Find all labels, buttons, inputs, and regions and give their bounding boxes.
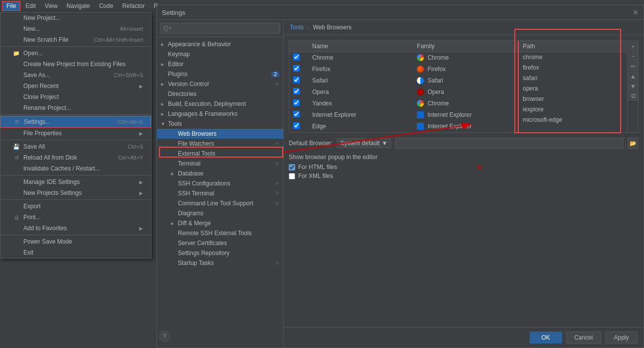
- path-cell-firefox[interactable]: firefox: [519, 63, 627, 73]
- menu-power-save[interactable]: Power Save Mode: [0, 236, 151, 247]
- table-row[interactable]: Chrome Chrome: [289, 52, 518, 64]
- menu-view[interactable]: View: [41, 1, 62, 10]
- apply-button[interactable]: Apply: [605, 332, 638, 344]
- settings-search-input[interactable]: [160, 23, 280, 34]
- tree-item-server-certs[interactable]: Server Certificates: [157, 238, 283, 248]
- menu-file[interactable]: File: [2, 1, 20, 11]
- path-cell-safari[interactable]: safari: [519, 73, 627, 84]
- tree-item-languages[interactable]: ▶ Languages & Frameworks: [157, 109, 283, 119]
- tree-item-cmdline[interactable]: Command Line Tool Support ⟳: [157, 198, 283, 208]
- separator-2: [0, 114, 151, 115]
- menu-print[interactable]: 🖨 Print...: [0, 212, 151, 223]
- row-check-edge[interactable]: [293, 122, 300, 129]
- tree-item-directories[interactable]: Directories: [157, 89, 283, 99]
- row-check-ie[interactable]: [293, 111, 300, 117]
- menu-open[interactable]: 📁 Open...: [0, 48, 151, 59]
- copy-browser-button[interactable]: ⧉: [629, 91, 638, 100]
- tree-item-tools[interactable]: ▼ Tools: [157, 119, 283, 129]
- menu-new-projects-settings[interactable]: New Projects Settings ▶: [0, 187, 151, 198]
- tree-item-keymap[interactable]: Keymap: [157, 49, 283, 59]
- menu-close-project[interactable]: Close Project: [0, 91, 151, 102]
- table-row[interactable]: Safari Safari: [289, 75, 518, 87]
- table-row[interactable]: Opera Opera: [289, 87, 518, 98]
- ok-button[interactable]: OK: [530, 332, 562, 344]
- menu-exit[interactable]: Exit: [0, 247, 151, 258]
- menu-refactor[interactable]: Refactor: [118, 1, 149, 10]
- tree-item-database[interactable]: ▶ Database: [157, 169, 283, 178]
- tree-item-settings-repo[interactable]: Settings Repository: [157, 248, 283, 258]
- tree-item-appearance[interactable]: ▶ Appearance & Behavior: [157, 39, 283, 49]
- tree-item-file-watchers[interactable]: File Watchers ⟳: [157, 139, 283, 149]
- tree-item-ssh-terminal[interactable]: SSH Terminal ⟳: [157, 188, 283, 198]
- menu-manage-ide[interactable]: Manage IDE Settings ▶: [0, 176, 151, 187]
- tree-item-web-browsers[interactable]: Web Browsers: [157, 129, 283, 139]
- menu-create-from-existing[interactable]: Create New Project from Existing Files: [0, 59, 151, 70]
- row-family-firefox: Firefox: [413, 64, 518, 75]
- menu-file-properties[interactable]: File Properties ▶: [0, 128, 151, 139]
- settings-footer: OK Cancel Apply: [284, 327, 644, 348]
- default-browser-select[interactable]: System default ▼: [337, 138, 391, 148]
- add-browser-button[interactable]: +: [629, 42, 638, 51]
- row-check-opera[interactable]: [293, 88, 300, 94]
- tree-item-diagrams[interactable]: Diagrams: [157, 208, 283, 218]
- safari-icon: [417, 77, 424, 84]
- browser-table-main: Name Family Chrome: [289, 41, 518, 132]
- favorites-icon: [12, 224, 20, 232]
- save-all-icon: 💾: [12, 143, 20, 151]
- cancel-button[interactable]: Cancel: [566, 332, 601, 344]
- xml-checkbox-row: For XML files: [289, 173, 639, 179]
- menu-settings[interactable]: ⚙ Settings... Ctrl+Alt+S: [0, 116, 151, 128]
- path-cell-edge[interactable]: microsoft-edge: [519, 115, 627, 125]
- menu-new-scratch[interactable]: New Scratch File Ctrl+Alt+Shift+Insert: [0, 34, 151, 45]
- menu-invalidate-caches[interactable]: Invalidate Caches / Restart...: [0, 163, 151, 174]
- expand-icon: ▶: [161, 42, 167, 47]
- row-check-yandex[interactable]: [293, 99, 300, 106]
- path-cell-ie[interactable]: iexplore: [519, 104, 627, 115]
- tree-item-vcs[interactable]: ▶ Version Control ⟳: [157, 79, 283, 89]
- close-button[interactable]: ✕: [633, 8, 639, 16]
- path-cell-chrome[interactable]: chrome: [519, 52, 627, 63]
- edit-browser-button[interactable]: ✏: [629, 62, 638, 71]
- path-cell-yandex[interactable]: browser: [519, 94, 627, 104]
- menu-rename-project[interactable]: Rename Project...: [0, 102, 151, 113]
- table-row[interactable]: Edge Internet Explorer: [289, 121, 518, 132]
- tree-item-ssh-config[interactable]: SSH Configurations ⟳: [157, 178, 283, 188]
- tree-item-startup-tasks[interactable]: Startup Tasks ⟳: [157, 258, 283, 268]
- tree-item-external-tools[interactable]: External Tools: [157, 149, 283, 159]
- tree-item-build[interactable]: ▶ Build, Execution, Deployment: [157, 99, 283, 109]
- tree-item-plugins[interactable]: Plugins 2: [157, 69, 283, 79]
- menu-export[interactable]: Export: [0, 201, 151, 212]
- browse-button[interactable]: 📂: [628, 138, 639, 149]
- menu-reload[interactable]: ↺ Reload All from Disk Ctrl+Alt+Y: [0, 152, 151, 163]
- row-check-firefox[interactable]: [293, 65, 300, 72]
- opera-icon: [417, 88, 424, 95]
- row-check-chrome[interactable]: [293, 54, 300, 60]
- help-button[interactable]: ?: [159, 331, 170, 342]
- path-cell-opera[interactable]: opera: [519, 84, 627, 94]
- move-down-button[interactable]: ▼: [629, 82, 638, 90]
- table-row[interactable]: Yandex Chrome: [289, 98, 518, 109]
- html-checkbox[interactable]: [289, 164, 295, 171]
- menu-new[interactable]: New... Alt+Insert: [0, 23, 151, 34]
- menu-edit[interactable]: Edit: [21, 1, 40, 10]
- tree-item-diff-merge[interactable]: ▶ Diff & Merge: [157, 218, 283, 228]
- menu-save-as[interactable]: Save As... Ctrl+Shift+S: [0, 70, 151, 81]
- browser-path-input[interactable]: [395, 138, 624, 149]
- remove-browser-button[interactable]: −: [629, 52, 638, 61]
- tree-item-terminal[interactable]: Terminal ⟳: [157, 159, 283, 169]
- move-up-button[interactable]: ▲: [629, 72, 638, 81]
- menu-navigate[interactable]: Navigate: [63, 1, 94, 10]
- breadcrumb-tools[interactable]: Tools: [290, 24, 304, 31]
- table-row[interactable]: Internet Explorer Internet Explorer: [289, 109, 518, 121]
- menu-new-project[interactable]: New Project...: [0, 12, 151, 23]
- table-row[interactable]: Firefox Firefox: [289, 64, 518, 75]
- row-check-safari[interactable]: [293, 77, 300, 83]
- menu-code[interactable]: Code: [95, 1, 117, 10]
- tree-item-editor[interactable]: ▶ Editor: [157, 59, 283, 69]
- menu-add-favorites[interactable]: Add to Favorites ▶: [0, 223, 151, 234]
- row-name-ie: Internet Explorer: [308, 109, 413, 121]
- menu-save-all[interactable]: 💾 Save All Ctrl+S: [0, 141, 151, 152]
- menu-open-recent[interactable]: Open Recent ▶: [0, 81, 151, 91]
- tree-item-remote-ssh[interactable]: Remote SSH External Tools: [157, 228, 283, 238]
- xml-checkbox[interactable]: [289, 173, 295, 179]
